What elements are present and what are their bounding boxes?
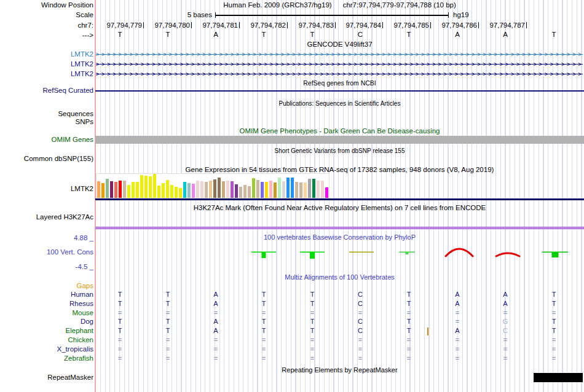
gtex-tissue-bar[interactable] (110, 181, 113, 198)
align-cell: = (503, 345, 507, 353)
gtex-tissue-bar[interactable] (200, 181, 203, 198)
species-label[interactable]: Elephant (66, 327, 93, 334)
gtex-tissue-bar[interactable] (252, 178, 255, 198)
gtex-tissue-bar[interactable] (187, 183, 191, 198)
gtex-tissue-bar[interactable] (209, 181, 212, 198)
transcript-label[interactable]: LMTK2 (71, 50, 93, 58)
repeatmasker-label[interactable]: RepeatMasker (47, 374, 93, 381)
omim-gene-bar[interactable] (95, 136, 584, 144)
gtex-tissue-bar[interactable] (196, 181, 199, 198)
gtex-tissue-bar[interactable] (170, 185, 173, 198)
align-cell: T (262, 300, 266, 307)
common-dbsnp-label[interactable]: Common dbSNP(155) (24, 155, 93, 162)
gtex-tissue-bar[interactable] (308, 179, 311, 198)
species-label[interactable]: Zebrafish (64, 355, 93, 362)
gtex-tissue-bar[interactable] (119, 181, 122, 198)
species-label[interactable]: Chicken (68, 336, 93, 343)
gaps-row-label[interactable]: Gaps (77, 282, 94, 289)
species-label[interactable]: Rhesus (69, 300, 93, 307)
species-label[interactable]: Mouse (72, 309, 93, 316)
gtex-tissue-bar[interactable] (175, 187, 178, 198)
align-cell: = (503, 309, 507, 316)
species-label[interactable]: Dog (81, 318, 93, 325)
gtex-tissue-bar[interactable] (291, 178, 294, 198)
gtex-tissue-bar[interactable] (101, 183, 105, 198)
align-cell: = (358, 355, 362, 362)
gtex-tissue-bar[interactable] (97, 181, 100, 198)
align-cell: = (214, 355, 218, 362)
gtex-tissue-bar[interactable] (299, 182, 302, 198)
gtex-tissue-bar[interactable] (231, 181, 234, 198)
gtex-tissue-bar[interactable] (226, 181, 229, 198)
gtex-tissue-bar[interactable] (317, 181, 320, 198)
align-cell: T (552, 300, 556, 307)
gtex-tissue-bar[interactable] (162, 183, 165, 198)
gtex-tissue-bar[interactable] (282, 181, 285, 198)
gtex-tissue-bar[interactable] (183, 182, 186, 198)
repeat-element-box[interactable] (534, 373, 583, 382)
gtex-tissue-bar[interactable] (235, 184, 238, 198)
gtex-tissue-bar[interactable] (144, 176, 148, 198)
scale-bar (215, 12, 449, 18)
align-cell: T (118, 327, 122, 334)
gtex-tissue-bar[interactable] (132, 182, 135, 198)
gtex-tissue-bar[interactable] (312, 179, 315, 198)
gtex-tissue-bar[interactable] (321, 181, 324, 198)
gtex-tissue-bar[interactable] (205, 182, 208, 198)
gtex-tissue-bar[interactable] (256, 180, 259, 198)
transcript-item[interactable]: >>>>>>>>>>>>>>>>>>>>>>>>>>>>>>>>>>>>>>>>… (96, 51, 583, 58)
transcript-label[interactable]: LMTK2 (71, 60, 93, 68)
gtex-tissue-bar[interactable] (222, 181, 225, 198)
gtex-tissue-bar[interactable] (248, 186, 251, 198)
gtex-expression-chart[interactable] (96, 173, 329, 198)
transcript-label[interactable]: LMTK2 (71, 70, 93, 77)
gtex-tissue-bar[interactable] (274, 182, 277, 198)
gtex-tissue-bar[interactable] (157, 186, 160, 198)
phylop-track-label[interactable]: 100 Vert. Cons (47, 248, 93, 256)
gtex-tissue-bar[interactable] (304, 182, 307, 198)
gtex-tissue-bar[interactable] (295, 182, 298, 198)
layered-h3k27ac-label[interactable]: Layered H3K27Ac (36, 213, 93, 221)
species-label[interactable]: Human (71, 291, 93, 298)
gtex-tissue-bar[interactable] (261, 182, 264, 198)
gtex-tissue-bar[interactable] (179, 188, 182, 198)
gtex-tissue-bar[interactable] (325, 187, 328, 198)
align-cell: A (455, 327, 459, 334)
ruler-number: 97,794,783 (298, 22, 334, 29)
sequences-label[interactable]: Sequences (58, 110, 93, 117)
h3k27ac-signal-line[interactable] (95, 227, 584, 229)
gtex-tissue-bar[interactable] (192, 184, 195, 198)
refseq-curated-label[interactable]: RefSeq Curated (43, 87, 93, 94)
gtex-tissue-bar[interactable] (114, 182, 117, 198)
gtex-tissue-bar[interactable] (278, 178, 281, 198)
phylop-wiggle[interactable] (95, 243, 584, 261)
omim-genes-label[interactable]: OMIM Genes (52, 136, 93, 143)
gtex-tissue-bar[interactable] (140, 175, 143, 198)
transcript-item[interactable]: >>>>>>>>>>>>>>>>>>>>>>>>>>>>>>>>>>>>>>>>… (96, 61, 583, 68)
phylop-line (349, 252, 374, 253)
snps-label[interactable]: SNPs (76, 118, 93, 125)
align-cell: = (118, 309, 122, 316)
gtex-tissue-bar[interactable] (166, 180, 169, 198)
gtex-tissue-bar[interactable] (127, 185, 130, 198)
window-position-title: Human Feb. 2009 (GRCh37/hg19)chr7:97,794… (95, 1, 584, 9)
gtex-tissue-bar[interactable] (136, 182, 139, 198)
base-letter: A (213, 31, 218, 38)
refseq-curated-item[interactable] (95, 90, 584, 92)
ruler-tick (143, 22, 144, 28)
gtex-tissue-bar[interactable] (243, 185, 247, 198)
gtex-tissue-bar[interactable] (239, 187, 242, 198)
gtex-tissue-bar[interactable] (149, 176, 152, 198)
gtex-tissue-bar[interactable] (153, 174, 156, 198)
align-cell: = (262, 355, 266, 362)
gtex-tissue-bar[interactable] (269, 181, 272, 198)
gtex-tissue-bar[interactable] (218, 178, 221, 198)
species-label[interactable]: X_tropicalis (57, 345, 93, 353)
gtex-tissue-bar[interactable] (265, 182, 268, 198)
gtex-tissue-bar[interactable] (213, 179, 216, 198)
gtex-tissue-bar[interactable] (106, 179, 109, 198)
gtex-gene-label[interactable]: LMTK2 (71, 185, 93, 192)
gtex-tissue-bar[interactable] (123, 181, 126, 198)
gtex-tissue-bar[interactable] (286, 178, 290, 198)
transcript-item[interactable]: >>>>>>>>>>>>>>>>>>>>>>>>>>>>>>>>>>>>>>>>… (96, 71, 583, 77)
